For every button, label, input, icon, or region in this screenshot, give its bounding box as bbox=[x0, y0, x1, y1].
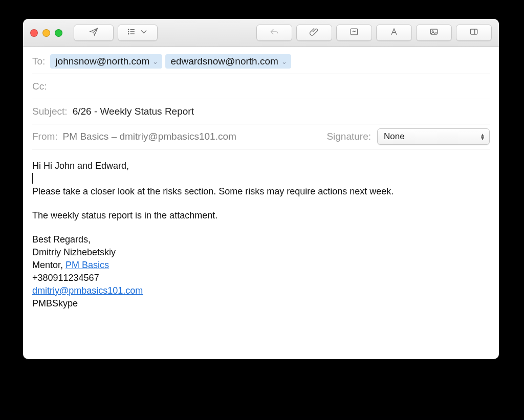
zoom-button[interactable] bbox=[55, 29, 62, 37]
recipient-email: johnsnow@north.com bbox=[55, 56, 149, 67]
svg-point-2 bbox=[128, 31, 129, 33]
body-greeting: Hi Hi John and Edward, bbox=[32, 160, 490, 172]
attach-button[interactable] bbox=[296, 25, 332, 41]
message-body[interactable]: Hi Hi John and Edward, Please take a clo… bbox=[23, 149, 499, 359]
to-row[interactable]: To: johnsnow@north.com ⌄ edwardsnow@nort… bbox=[32, 49, 490, 74]
chevron-down-icon: ⌄ bbox=[281, 58, 287, 65]
chevron-down-icon bbox=[139, 27, 149, 39]
titlebar bbox=[23, 19, 499, 47]
body-email-link[interactable]: dmitriy@pmbasics101.com bbox=[32, 285, 143, 296]
format-button[interactable] bbox=[376, 25, 412, 41]
from-value: PM Basics – dmitriy@pmbasics101.com bbox=[63, 131, 236, 142]
chevron-down-icon: ⌄ bbox=[152, 58, 158, 65]
body-closing: Best Regards, bbox=[32, 233, 490, 246]
reply-button[interactable] bbox=[256, 25, 292, 41]
photo-browser-button[interactable] bbox=[416, 25, 452, 41]
svg-point-4 bbox=[128, 33, 129, 35]
cc-row[interactable]: Cc: bbox=[32, 74, 490, 99]
body-skype: PMBSkype bbox=[32, 297, 490, 310]
header-fields: To: johnsnow@north.com ⌄ edwardsnow@nort… bbox=[23, 47, 499, 149]
body-phone: +380911234567 bbox=[32, 272, 490, 284]
body-role-line: Mentor, PM Basics bbox=[32, 259, 490, 272]
minimize-button[interactable] bbox=[42, 29, 50, 37]
body-role-prefix: Mentor, bbox=[32, 260, 66, 270]
recipient-chip[interactable]: johnsnow@north.com ⌄ bbox=[50, 54, 162, 69]
stepper-icon: ▲▼ bbox=[480, 133, 485, 140]
body-name: Dmitriy Nizhebetskiy bbox=[32, 246, 490, 259]
to-chips: johnsnow@north.com ⌄ edwardsnow@north.co… bbox=[50, 54, 291, 69]
stage: To: johnsnow@north.com ⌄ edwardsnow@nort… bbox=[0, 0, 524, 420]
recipient-chip[interactable]: edwardsnow@north.com ⌄ bbox=[165, 54, 291, 69]
subject-row[interactable]: Subject: 6/26 - Weekly Status Report bbox=[32, 99, 490, 124]
svg-point-0 bbox=[128, 29, 129, 31]
signature-select[interactable]: None ▲▼ bbox=[377, 128, 490, 145]
text-caret bbox=[32, 173, 33, 184]
close-button[interactable] bbox=[30, 29, 38, 37]
role-link[interactable]: PM Basics bbox=[66, 260, 109, 270]
body-p2: The weekly status report is in the attac… bbox=[32, 209, 490, 222]
svg-rect-1 bbox=[130, 29, 135, 30]
markup-button[interactable] bbox=[336, 25, 372, 41]
paper-plane-icon bbox=[89, 27, 99, 39]
header-fields-button[interactable] bbox=[118, 25, 158, 41]
svg-rect-3 bbox=[130, 31, 135, 32]
list-icon bbox=[126, 27, 137, 39]
subject-value: 6/26 - Weekly Status Report bbox=[73, 106, 194, 117]
body-p1: Please take a closer look at the risks s… bbox=[32, 185, 490, 198]
recipient-email: edwardsnow@north.com bbox=[170, 56, 278, 67]
from-label: From: bbox=[32, 131, 59, 142]
signature-label: Signature: bbox=[326, 131, 372, 142]
font-a-icon bbox=[389, 27, 399, 39]
svg-rect-9 bbox=[470, 29, 477, 34]
sidebar-toggle-button[interactable] bbox=[456, 25, 492, 41]
to-label: To: bbox=[32, 56, 46, 67]
send-button[interactable] bbox=[74, 25, 114, 41]
signature-group: Signature: None ▲▼ bbox=[326, 128, 490, 145]
traffic-lights bbox=[30, 29, 62, 37]
markup-icon bbox=[349, 27, 359, 39]
svg-rect-5 bbox=[130, 33, 135, 34]
reply-arrow-icon bbox=[269, 27, 279, 39]
cc-label: Cc: bbox=[32, 81, 48, 92]
signature-value: None bbox=[384, 131, 405, 142]
sidebar-icon bbox=[469, 27, 479, 39]
compose-window: To: johnsnow@north.com ⌄ edwardsnow@nort… bbox=[23, 19, 499, 359]
from-row: From: PM Basics – dmitriy@pmbasics101.co… bbox=[32, 124, 490, 149]
paperclip-icon bbox=[309, 27, 319, 39]
subject-label: Subject: bbox=[32, 106, 69, 117]
photo-icon bbox=[429, 27, 439, 39]
